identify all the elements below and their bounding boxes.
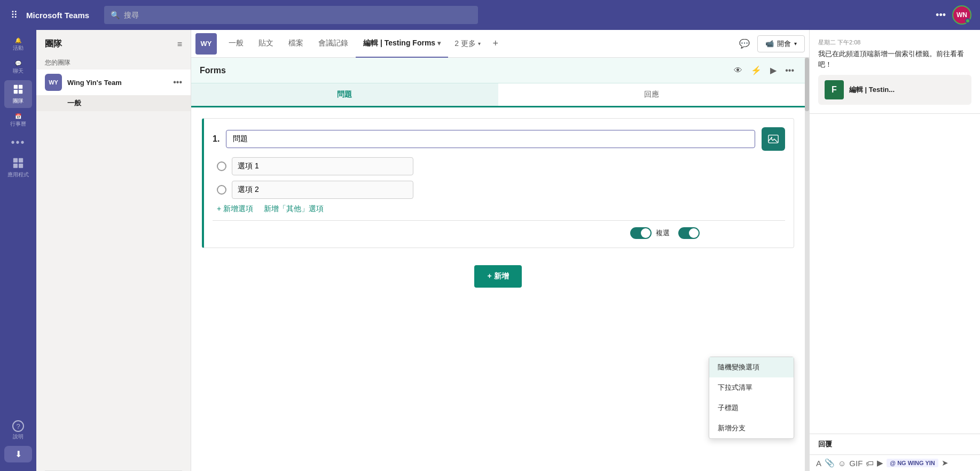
sticker-icon[interactable]: 🏷 xyxy=(866,459,874,468)
send-reply-icon[interactable]: ▶ xyxy=(877,458,883,468)
avatar[interactable]: WN xyxy=(952,5,971,25)
shuffle-label: 隨機變換選項 xyxy=(718,363,759,371)
tab-editing-chevron: ▾ xyxy=(437,40,441,47)
meeting-label: 開會 xyxy=(777,39,791,49)
tab-general-label: 一般 xyxy=(229,38,244,48)
app-grid-icon[interactable]: ⠿ xyxy=(9,7,20,23)
send-icon[interactable]: ▶ xyxy=(768,63,779,78)
forms-more-icon[interactable]: ••• xyxy=(783,64,796,78)
sidebar-item-help[interactable]: ? 說明 xyxy=(4,417,32,444)
form-tab-questions-label: 問題 xyxy=(337,90,352,98)
tab-editing-label: 編輯 | Testing Forms xyxy=(363,38,435,48)
dropdown-item-branch[interactable]: 新增分支 xyxy=(709,418,794,438)
sidebar-header: 團隊 ≡ xyxy=(36,30,191,54)
more-dots-icon: ••• xyxy=(11,136,25,149)
forms-topbar-icons: 👁 ⚡ ▶ ••• xyxy=(732,63,796,78)
sidebar-item-teams[interactable]: 團隊 xyxy=(4,80,32,108)
tab-icon-wy[interactable]: WY xyxy=(195,33,217,55)
message-time: 星期二 下午2:08 xyxy=(818,38,971,47)
search-bar[interactable]: 🔍 xyxy=(104,6,478,24)
image-button[interactable] xyxy=(762,127,785,151)
tab-files[interactable]: 檔案 xyxy=(281,30,311,58)
svg-rect-6 xyxy=(13,164,18,168)
tab-meetings-label: 會議記錄 xyxy=(318,38,348,48)
message-item: 星期二 下午2:08 我已在此頻道頂端新增一個索引標籤。前往看看吧！ F 編輯 … xyxy=(810,30,980,114)
forms-card-icon: F xyxy=(825,80,844,99)
option-radio-1[interactable] xyxy=(217,161,226,171)
toggle-multiple[interactable] xyxy=(630,227,652,239)
chat-label: 聊天 xyxy=(13,67,23,75)
download-icon: ⬇ xyxy=(15,449,22,459)
search-input[interactable] xyxy=(124,11,472,19)
option-radio-2[interactable] xyxy=(217,185,226,195)
add-other-label: 新增「其他」選項 xyxy=(264,204,324,214)
tab-general[interactable]: 一般 xyxy=(221,30,251,58)
emoji-icon[interactable]: ☺ xyxy=(838,459,846,468)
sidebar-item-download[interactable]: ⬇ xyxy=(4,446,32,462)
branch-label: 新增分支 xyxy=(718,424,746,432)
tab-editing[interactable]: 編輯 | Testing Forms ▾ xyxy=(356,30,448,58)
svg-rect-0 xyxy=(14,85,18,89)
svg-rect-3 xyxy=(19,90,22,94)
team-item[interactable]: WY Wing Yin's Team ••• xyxy=(36,70,191,95)
question-row: 1. xyxy=(213,127,785,151)
add-new-label: + 新增 xyxy=(487,272,508,281)
option-input-1[interactable] xyxy=(232,157,413,175)
sidebar-item-more-dots[interactable]: ••• xyxy=(4,133,32,152)
main-layout: 🔔 活動 💬 聊天 團隊 📅 行事曆 ••• 應用程式 xyxy=(0,30,980,471)
question-input[interactable] xyxy=(226,130,755,148)
lightning-icon[interactable]: ⚡ xyxy=(749,63,764,78)
eye-icon[interactable]: 👁 xyxy=(732,64,744,78)
apps-icon xyxy=(12,157,24,170)
svg-rect-4 xyxy=(13,158,18,163)
form-tab-responses[interactable]: 回應 xyxy=(498,83,805,106)
toggle-required[interactable] xyxy=(678,227,700,239)
form-tab-questions[interactable]: 問題 xyxy=(191,83,498,107)
gif-icon[interactable]: GIF xyxy=(849,459,863,468)
sidebar-title: 團隊 xyxy=(45,38,62,50)
team-more-icon[interactable]: ••• xyxy=(173,78,182,87)
sidebar-item-activity[interactable]: 🔔 活動 xyxy=(4,34,32,55)
scroll-track[interactable] xyxy=(805,58,809,471)
tab-meetings[interactable]: 會議記錄 xyxy=(311,30,356,58)
help-icon: ? xyxy=(12,420,24,432)
tab-files-label: 檔案 xyxy=(288,38,303,48)
dropdown-item-subtitle[interactable]: 子標題 xyxy=(709,398,794,418)
send-final-icon[interactable]: ➤ xyxy=(942,458,948,468)
form-tab-responses-label: 回應 xyxy=(644,90,659,98)
sidebar-item-calendar[interactable]: 📅 行事曆 xyxy=(4,110,32,131)
option-input-2[interactable] xyxy=(232,181,413,199)
mention-tag: @ NG WING YIN xyxy=(887,459,938,467)
separator xyxy=(213,220,785,221)
content-area: WY 一般 貼文 檔案 會議記錄 編輯 | Testing Forms ▾ 2 … xyxy=(191,30,809,471)
form-content: 1. xyxy=(191,107,805,471)
forms-f-letter: F xyxy=(832,85,837,95)
add-option-row[interactable]: + 新增選項 新增「其他」選項 xyxy=(213,204,785,214)
add-new-button[interactable]: + 新增 xyxy=(474,265,521,288)
attachment-icon[interactable]: 📎 xyxy=(825,458,835,468)
tab-posts[interactable]: 貼文 xyxy=(251,30,281,58)
sidebar-item-apps[interactable]: 應用程式 xyxy=(4,154,32,182)
sidebar-item-chat[interactable]: 💬 聊天 xyxy=(4,57,32,78)
scroll-thumb xyxy=(805,58,809,111)
filter-icon[interactable]: ≡ xyxy=(177,40,182,49)
form-main: Forms 👁 ⚡ ▶ ••• 問題 回應 xyxy=(191,58,805,471)
tab-more-btn[interactable]: 2 更多 ▾ xyxy=(448,30,487,58)
chat-icon-btn[interactable]: 💬 xyxy=(736,35,753,52)
svg-rect-5 xyxy=(19,158,23,163)
topbar-more-icon[interactable]: ••• xyxy=(936,10,946,21)
format-icon[interactable]: A xyxy=(816,459,821,468)
dropdown-item-dropdown[interactable]: 下拉式清單 xyxy=(709,377,794,398)
topbar: ⠿ Microsoft Teams 🔍 ••• WN xyxy=(0,0,980,30)
meeting-btn[interactable]: 📹 開會 ▾ xyxy=(757,35,805,52)
tab-posts-label: 貼文 xyxy=(258,38,273,48)
channel-item-general[interactable]: 一般 xyxy=(36,95,191,111)
forms-title: Forms xyxy=(200,66,226,75)
chat-icon: 💬 xyxy=(15,60,21,66)
toggle-row: 複選 xyxy=(213,227,785,239)
message-card[interactable]: F 編輯 | Testin... xyxy=(818,75,971,105)
help-label: 說明 xyxy=(13,433,23,441)
form-outer: Forms 👁 ⚡ ▶ ••• 問題 回應 xyxy=(191,58,809,471)
tab-add-btn[interactable]: + xyxy=(487,35,504,52)
dropdown-item-shuffle[interactable]: 隨機變換選項 xyxy=(709,357,794,377)
